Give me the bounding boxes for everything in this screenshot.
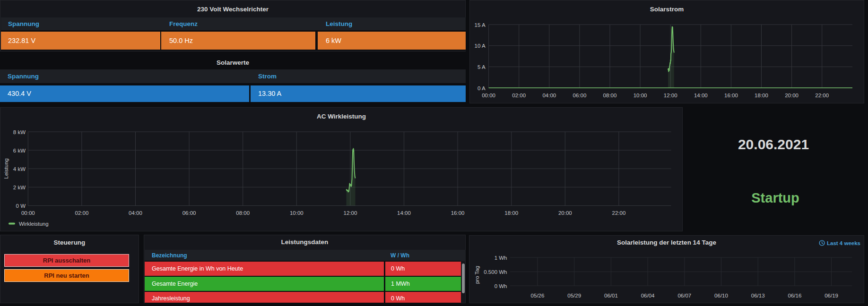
svg-text:0 W: 0 W — [16, 203, 26, 209]
svg-text:05/29: 05/29 — [567, 293, 581, 298]
svg-text:16:00: 16:00 — [451, 210, 465, 216]
svg-text:06/13: 06/13 — [751, 293, 765, 298]
svg-text:10:00: 10:00 — [634, 93, 647, 98]
svg-text:18:00: 18:00 — [504, 210, 518, 216]
svg-text:8 kW: 8 kW — [13, 129, 26, 135]
svg-text:0 Wh: 0 Wh — [495, 283, 507, 289]
svg-text:06/07: 06/07 — [677, 293, 691, 298]
svg-text:00:00: 00:00 — [21, 210, 35, 216]
svg-text:20:00: 20:00 — [785, 93, 799, 98]
svg-text:Leistung: Leistung — [3, 158, 9, 178]
svg-text:2 kW: 2 kW — [13, 185, 26, 190]
svg-text:02:00: 02:00 — [75, 210, 89, 216]
svg-text:4 kW: 4 kW — [13, 166, 26, 172]
svg-text:6 kW: 6 kW — [13, 148, 26, 153]
svg-text:22:00: 22:00 — [815, 93, 829, 98]
svg-text:14:00: 14:00 — [694, 93, 708, 98]
svg-text:05/26: 05/26 — [531, 293, 545, 298]
svg-text:Wirkleistung: Wirkleistung — [19, 221, 49, 227]
svg-text:02:00: 02:00 — [512, 93, 526, 98]
svg-text:04:00: 04:00 — [542, 93, 556, 98]
svg-text:18:00: 18:00 — [755, 93, 768, 98]
svg-text:1 Wh: 1 Wh — [495, 255, 507, 261]
svg-text:10 A: 10 A — [475, 43, 486, 49]
svg-text:06/01: 06/01 — [604, 293, 618, 298]
svg-text:10:00: 10:00 — [290, 210, 304, 216]
svg-text:04:00: 04:00 — [129, 210, 142, 216]
svg-text:5 A: 5 A — [477, 64, 486, 70]
svg-text:0.500 Wh: 0.500 Wh — [484, 269, 507, 275]
svg-text:06/04: 06/04 — [641, 293, 655, 298]
svg-text:15 A: 15 A — [475, 22, 486, 28]
svg-text:08:00: 08:00 — [236, 210, 250, 216]
svg-text:06/19: 06/19 — [825, 293, 838, 298]
svg-text:06:00: 06:00 — [573, 93, 587, 98]
svg-text:0 A: 0 A — [477, 85, 486, 91]
svg-text:12:00: 12:00 — [664, 93, 677, 98]
svg-text:08:00: 08:00 — [603, 93, 617, 98]
svg-text:06/10: 06/10 — [714, 293, 728, 298]
svg-text:12:00: 12:00 — [344, 210, 357, 216]
svg-text:Last 4 weeks: Last 4 weeks — [827, 240, 860, 246]
svg-text:pro Tag: pro Tag — [474, 266, 480, 284]
svg-text:00:00: 00:00 — [482, 93, 495, 98]
svg-text:14:00: 14:00 — [397, 210, 411, 216]
svg-text:06:00: 06:00 — [182, 210, 196, 216]
svg-text:22:00: 22:00 — [612, 210, 626, 216]
svg-text:16:00: 16:00 — [724, 93, 738, 98]
svg-text:20:00: 20:00 — [558, 210, 572, 216]
svg-text:06/16: 06/16 — [788, 293, 802, 298]
